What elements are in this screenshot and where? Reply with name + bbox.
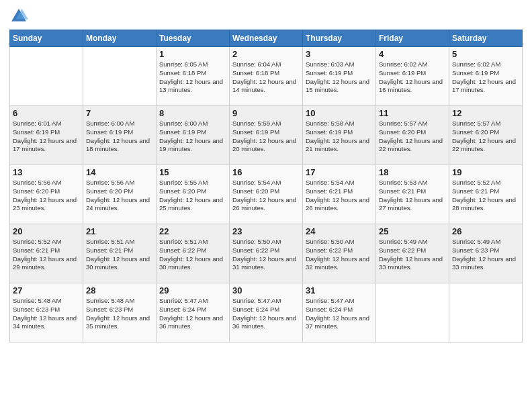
cell-daylight-info: Sunrise: 5:48 AM Sunset: 6:23 PM Dayligh…	[13, 297, 80, 331]
calendar-cell: 10Sunrise: 5:58 AM Sunset: 6:19 PM Dayli…	[303, 106, 376, 165]
day-number: 14	[86, 167, 153, 177]
calendar-cell: 11Sunrise: 5:57 AM Sunset: 6:20 PM Dayli…	[376, 106, 449, 165]
calendar-cell: 1Sunrise: 6:05 AM Sunset: 6:18 PM Daylig…	[157, 47, 230, 106]
day-number: 16	[232, 167, 300, 177]
calendar-cell: 13Sunrise: 5:56 AM Sunset: 6:20 PM Dayli…	[10, 165, 83, 224]
weekday-header: Tuesday	[157, 30, 230, 47]
day-number: 26	[452, 226, 519, 236]
day-number: 10	[306, 108, 373, 118]
weekday-header: Monday	[83, 30, 157, 47]
day-number: 31	[306, 285, 373, 295]
day-number: 4	[379, 49, 446, 59]
calendar-cell: 5Sunrise: 6:02 AM Sunset: 6:19 PM Daylig…	[449, 47, 523, 106]
cell-daylight-info: Sunrise: 5:51 AM Sunset: 6:22 PM Dayligh…	[159, 238, 226, 272]
day-number: 8	[159, 108, 226, 118]
day-number: 21	[86, 226, 153, 236]
cell-daylight-info: Sunrise: 5:49 AM Sunset: 6:23 PM Dayligh…	[452, 238, 519, 272]
cell-daylight-info: Sunrise: 5:52 AM Sunset: 6:21 PM Dayligh…	[452, 179, 519, 213]
calendar-cell: 3Sunrise: 6:03 AM Sunset: 6:19 PM Daylig…	[303, 47, 376, 106]
calendar-cell: 8Sunrise: 6:00 AM Sunset: 6:19 PM Daylig…	[157, 106, 230, 165]
day-number: 27	[13, 285, 80, 295]
calendar-cell: 15Sunrise: 5:55 AM Sunset: 6:20 PM Dayli…	[157, 165, 230, 224]
calendar-cell: 21Sunrise: 5:51 AM Sunset: 6:21 PM Dayli…	[83, 224, 157, 283]
day-number: 20	[13, 226, 80, 236]
calendar-week-row: 13Sunrise: 5:56 AM Sunset: 6:20 PM Dayli…	[10, 165, 523, 224]
calendar-cell	[83, 47, 157, 106]
day-number: 18	[379, 167, 446, 177]
cell-daylight-info: Sunrise: 6:05 AM Sunset: 6:18 PM Dayligh…	[159, 60, 226, 95]
calendar-week-row: 27Sunrise: 5:48 AM Sunset: 6:23 PM Dayli…	[10, 283, 523, 342]
day-number: 15	[159, 167, 226, 177]
cell-daylight-info: Sunrise: 5:50 AM Sunset: 6:22 PM Dayligh…	[232, 238, 300, 272]
calendar-cell: 17Sunrise: 5:54 AM Sunset: 6:21 PM Dayli…	[303, 165, 376, 224]
day-number: 6	[13, 108, 80, 118]
day-number: 3	[306, 49, 373, 59]
calendar-cell: 12Sunrise: 5:57 AM Sunset: 6:20 PM Dayli…	[449, 106, 523, 165]
calendar-cell: 24Sunrise: 5:50 AM Sunset: 6:22 PM Dayli…	[303, 224, 376, 283]
day-number: 30	[232, 285, 300, 295]
calendar-cell: 29Sunrise: 5:47 AM Sunset: 6:24 PM Dayli…	[157, 283, 230, 342]
cell-daylight-info: Sunrise: 5:56 AM Sunset: 6:20 PM Dayligh…	[86, 179, 153, 213]
calendar-cell: 7Sunrise: 6:00 AM Sunset: 6:19 PM Daylig…	[83, 106, 157, 165]
calendar-cell: 20Sunrise: 5:52 AM Sunset: 6:21 PM Dayli…	[10, 224, 83, 283]
calendar-cell: 16Sunrise: 5:54 AM Sunset: 6:20 PM Dayli…	[230, 165, 303, 224]
calendar-cell: 9Sunrise: 5:59 AM Sunset: 6:19 PM Daylig…	[230, 106, 303, 165]
day-number: 2	[232, 49, 300, 59]
weekday-header: Friday	[376, 30, 449, 47]
cell-daylight-info: Sunrise: 6:04 AM Sunset: 6:18 PM Dayligh…	[232, 60, 300, 95]
day-number: 5	[452, 49, 519, 59]
cell-daylight-info: Sunrise: 5:59 AM Sunset: 6:19 PM Dayligh…	[232, 120, 300, 154]
cell-daylight-info: Sunrise: 5:54 AM Sunset: 6:20 PM Dayligh…	[232, 179, 300, 213]
calendar-body: 1Sunrise: 6:05 AM Sunset: 6:18 PM Daylig…	[10, 47, 523, 342]
day-number: 28	[86, 285, 153, 295]
cell-daylight-info: Sunrise: 5:48 AM Sunset: 6:23 PM Dayligh…	[86, 297, 153, 331]
day-number: 7	[86, 108, 153, 118]
cell-daylight-info: Sunrise: 5:50 AM Sunset: 6:22 PM Dayligh…	[306, 238, 373, 272]
day-number: 29	[159, 285, 226, 295]
calendar-cell: 6Sunrise: 6:01 AM Sunset: 6:19 PM Daylig…	[10, 106, 83, 165]
day-number: 22	[159, 226, 226, 236]
calendar-cell: 22Sunrise: 5:51 AM Sunset: 6:22 PM Dayli…	[157, 224, 230, 283]
logo	[9, 7, 31, 26]
calendar-cell: 23Sunrise: 5:50 AM Sunset: 6:22 PM Dayli…	[230, 224, 303, 283]
cell-daylight-info: Sunrise: 6:00 AM Sunset: 6:19 PM Dayligh…	[86, 120, 153, 154]
day-number: 23	[232, 226, 300, 236]
cell-daylight-info: Sunrise: 6:03 AM Sunset: 6:19 PM Dayligh…	[306, 60, 373, 95]
cell-daylight-info: Sunrise: 5:47 AM Sunset: 6:24 PM Dayligh…	[306, 297, 373, 331]
cell-daylight-info: Sunrise: 5:57 AM Sunset: 6:20 PM Dayligh…	[379, 120, 446, 154]
cell-daylight-info: Sunrise: 6:01 AM Sunset: 6:19 PM Dayligh…	[13, 120, 80, 154]
calendar-cell: 14Sunrise: 5:56 AM Sunset: 6:20 PM Dayli…	[83, 165, 157, 224]
day-number: 9	[232, 108, 300, 118]
cell-daylight-info: Sunrise: 5:57 AM Sunset: 6:20 PM Dayligh…	[452, 120, 519, 154]
calendar-cell: 30Sunrise: 5:47 AM Sunset: 6:24 PM Dayli…	[230, 283, 303, 342]
cell-daylight-info: Sunrise: 6:00 AM Sunset: 6:19 PM Dayligh…	[159, 120, 226, 154]
weekday-header: Wednesday	[230, 30, 303, 47]
day-number: 11	[379, 108, 446, 118]
calendar-week-row: 20Sunrise: 5:52 AM Sunset: 6:21 PM Dayli…	[10, 224, 523, 283]
calendar: SundayMondayTuesdayWednesdayThursdayFrid…	[9, 30, 523, 342]
weekday-header: Thursday	[303, 30, 376, 47]
cell-daylight-info: Sunrise: 6:02 AM Sunset: 6:19 PM Dayligh…	[379, 60, 446, 95]
calendar-cell: 2Sunrise: 6:04 AM Sunset: 6:18 PM Daylig…	[230, 47, 303, 106]
calendar-week-row: 6Sunrise: 6:01 AM Sunset: 6:19 PM Daylig…	[10, 106, 523, 165]
cell-daylight-info: Sunrise: 5:52 AM Sunset: 6:21 PM Dayligh…	[13, 238, 80, 272]
calendar-header: SundayMondayTuesdayWednesdayThursdayFrid…	[10, 30, 523, 47]
cell-daylight-info: Sunrise: 5:53 AM Sunset: 6:21 PM Dayligh…	[379, 179, 446, 213]
day-number: 12	[452, 108, 519, 118]
day-number: 19	[452, 167, 519, 177]
cell-daylight-info: Sunrise: 5:49 AM Sunset: 6:22 PM Dayligh…	[379, 238, 446, 272]
day-number: 13	[13, 167, 80, 177]
calendar-cell: 28Sunrise: 5:48 AM Sunset: 6:23 PM Dayli…	[83, 283, 157, 342]
cell-daylight-info: Sunrise: 5:55 AM Sunset: 6:20 PM Dayligh…	[159, 179, 226, 213]
cell-daylight-info: Sunrise: 6:02 AM Sunset: 6:19 PM Dayligh…	[452, 60, 519, 95]
cell-daylight-info: Sunrise: 5:47 AM Sunset: 6:24 PM Dayligh…	[159, 297, 226, 331]
calendar-cell: 31Sunrise: 5:47 AM Sunset: 6:24 PM Dayli…	[303, 283, 376, 342]
header	[9, 7, 523, 26]
day-number: 17	[306, 167, 373, 177]
calendar-cell: 26Sunrise: 5:49 AM Sunset: 6:23 PM Dayli…	[449, 224, 523, 283]
calendar-week-row: 1Sunrise: 6:05 AM Sunset: 6:18 PM Daylig…	[10, 47, 523, 106]
cell-daylight-info: Sunrise: 5:58 AM Sunset: 6:19 PM Dayligh…	[306, 120, 373, 154]
calendar-cell	[376, 283, 449, 342]
weekday-header: Sunday	[10, 30, 83, 47]
day-number: 1	[159, 49, 226, 59]
